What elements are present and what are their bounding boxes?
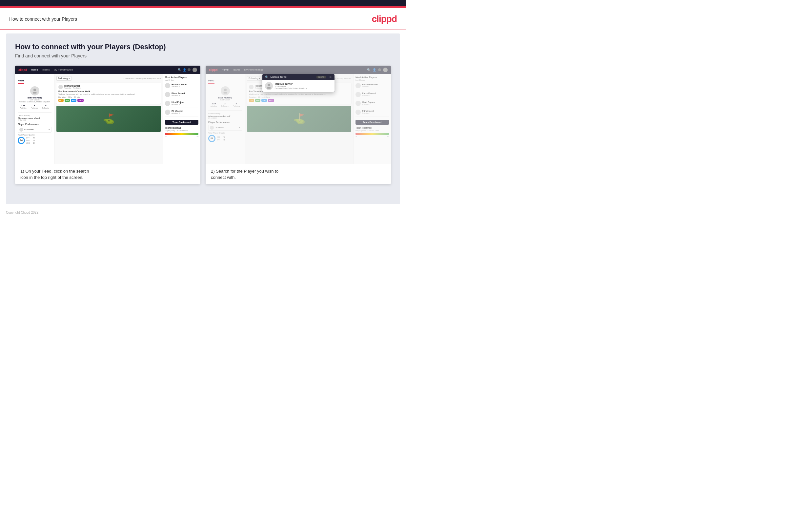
step-2-number: 2): [211, 169, 216, 174]
footer: Copyright Clippd 2022: [0, 207, 406, 218]
header: How to connect with your Players clippd: [0, 8, 406, 29]
nav-item-performance-2: My Performance: [244, 68, 264, 71]
avatar-nav-2: [383, 68, 388, 72]
player-2-avatar: [165, 92, 170, 97]
team-heatmap-title: Team Heatmap: [165, 127, 198, 129]
heatmap-sub-2: Player Quality · 20 Round Trend: [355, 130, 389, 132]
player-1-name: Richard Butler: [172, 83, 198, 86]
player-r-2: [355, 92, 361, 97]
settings-icon[interactable]: [188, 68, 191, 71]
search-bar: 🔍 Marcus Turner CLEAR ✕: [262, 74, 335, 80]
tag-arg-2: ARG: [261, 99, 267, 102]
activity-title: Pre Tournament Course Walk: [58, 90, 159, 92]
bar-num-arg: 84: [33, 142, 35, 144]
user-icon[interactable]: 👤: [183, 68, 186, 71]
following-btn-2: Following▾: [247, 76, 262, 81]
svg-point-2: [224, 89, 227, 91]
feed-tab[interactable]: Feed: [18, 79, 24, 84]
dropdown-arrow-icon[interactable]: ▾: [49, 128, 50, 131]
bar-num-app-2: 70: [223, 139, 225, 141]
tag-app-2: APP: [255, 99, 260, 102]
stat-followers-num: 3: [31, 104, 38, 107]
user-icon-2: 👤: [373, 68, 376, 72]
player-1-acts: Activities: 7: [172, 86, 198, 88]
nav-item-home-2: Home: [222, 68, 229, 71]
footer-text: Copyright Clippd 2022: [6, 211, 38, 214]
following-label: Following: [58, 77, 68, 79]
bar-num-ott: 79: [33, 137, 35, 139]
team-dashboard-button[interactable]: Team Dashboard: [165, 120, 198, 125]
activity-card: Richard Butler Yesterday · The Grove Pre…: [56, 83, 161, 104]
performance-section: Player Performance Eli Vincent ▾ Total P…: [18, 123, 51, 145]
heatmap-labels: -5 +5: [165, 135, 198, 137]
main-content: How to connect with your Players (Deskto…: [6, 34, 400, 204]
search-overlay: 🔍 Marcus Turner CLEAR ✕ Marcus Turner 1-…: [262, 74, 335, 92]
latest-label-2: Latest Activity: [208, 113, 242, 115]
bar-ott-2: OTT: [217, 136, 222, 138]
quality-section-2: Total Player Quality 84 OTT 79: [208, 132, 242, 143]
tag-ott-2: OTT: [249, 99, 254, 102]
tag-app: APP: [64, 99, 70, 102]
tag-ott: OTT: [58, 99, 64, 102]
activity-desc: Walking the course with my coach to buil…: [58, 93, 159, 95]
following-button[interactable]: Following ▾: [56, 76, 71, 81]
main-subheading: Find and connect with your Players: [15, 53, 391, 58]
following-arrow-icon: ▾: [68, 77, 70, 80]
player-select-avatar: [19, 128, 23, 132]
nav-item-teams-2: Teams: [233, 68, 240, 71]
activity-avatar-2: [249, 85, 253, 89]
main-heading: How to connect with your Players (Deskto…: [15, 43, 391, 51]
feed-tab-2: Feed: [208, 79, 214, 84]
app-right-2: Most Active Players Last 30 days Richard…: [353, 74, 391, 164]
search-icon[interactable]: 🔍: [178, 68, 181, 71]
nav-icons: 🔍 👤: [178, 68, 197, 72]
bar-label-arg: ARG: [26, 142, 32, 144]
result-avatar: [265, 82, 273, 90]
nav-item-performance[interactable]: My Performance: [53, 68, 73, 71]
activity-desc-2: Walking the course with my coach to buil…: [249, 93, 349, 95]
app-content-1: Feed Blair McHarg Golf Coach Mill Ride G…: [15, 74, 200, 164]
screenshot-panel-2: clippd Home Teams My Performance 🔍 👤: [206, 66, 391, 184]
latest-date-2: 27 Jul 2022: [208, 117, 242, 119]
control-link[interactable]: Control who can see your activity and da…: [124, 78, 161, 79]
app-nav-1: clippd Home Teams My Performance 🔍 👤: [15, 66, 200, 74]
nav-item-home[interactable]: Home: [31, 68, 38, 71]
quality-section: Total Player Quality 84 OTT: [18, 134, 51, 145]
svg-point-4: [268, 84, 270, 86]
heatmap-range-end: +5: [196, 135, 198, 137]
player-3-acts: Activities: 3: [172, 103, 198, 105]
step-1-number: 1): [20, 169, 25, 174]
player-name-sm-2: Eli Vincent: [215, 127, 238, 129]
screenshot-panel-1: clippd Home Teams My Performance 🔍 👤: [15, 66, 200, 184]
app-screen-2: clippd Home Teams My Performance 🔍 👤: [206, 66, 391, 164]
avatar-nav[interactable]: [192, 68, 197, 72]
nav-item-teams[interactable]: Teams: [42, 68, 50, 71]
settings-icon-2: [378, 68, 381, 71]
app-left-panel-2: Feed Blair McHarg Golf Coach 129Activiti…: [206, 74, 245, 164]
app-logo-2: clippd: [209, 68, 218, 72]
close-search-button[interactable]: ✕: [329, 76, 332, 79]
quality-score-2: 84: [208, 135, 216, 142]
quality-score: 84: [18, 137, 25, 144]
clear-button[interactable]: CLEAR: [317, 76, 326, 78]
heatmap-subtitle: Player Quality · 20 Round Trend: [165, 130, 198, 132]
profile-avatar-2: [221, 86, 230, 95]
step-1-description: 1) On your Feed, click on the searchicon…: [15, 164, 200, 184]
svg-point-0: [34, 89, 36, 91]
app-nav-2: clippd Home Teams My Performance 🔍 👤: [206, 66, 391, 74]
result-info: Marcus Turner 1-5 Handicap Cypress Point…: [275, 82, 306, 89]
player-row-3: Hiral Pujara Activities: 3: [165, 101, 198, 108]
duration-value: 02 hr : 00 min: [68, 96, 80, 98]
search-result: Marcus Turner 1-5 Handicap Cypress Point…: [262, 80, 335, 92]
bar-label-app: APP: [26, 139, 32, 141]
search-input-value[interactable]: Marcus Turner: [271, 76, 315, 78]
profile-name-2: Blair McHarg: [208, 96, 242, 99]
top-bar: [0, 0, 406, 6]
profile-name: Blair McHarg: [18, 96, 51, 99]
bar-label-ott: OTT: [26, 137, 32, 139]
svg-point-5: [267, 87, 271, 89]
player-row-4: Eli Vincent Activities: 1: [165, 110, 198, 117]
app-screen-1: clippd Home Teams My Performance 🔍 👤: [15, 66, 200, 164]
player-select[interactable]: Eli Vincent ▾: [18, 127, 51, 133]
quality-bars-2: OTT 79 APP 70: [217, 136, 225, 141]
